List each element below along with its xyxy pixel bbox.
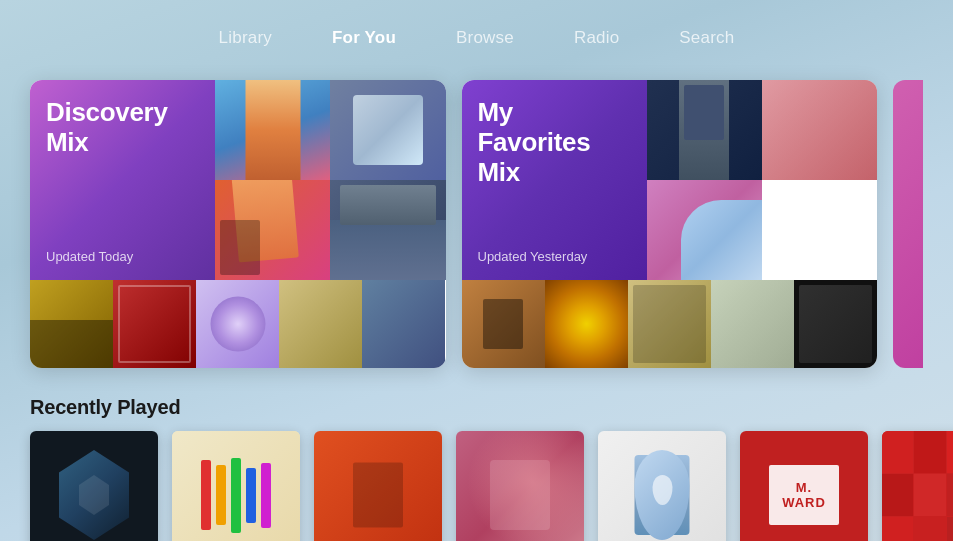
discovery-album-3: [215, 180, 330, 280]
discovery-bottom-4: [279, 280, 362, 368]
recent-album-3-art: [314, 431, 442, 541]
favorites-album-3: [647, 180, 762, 280]
recent-album-6-art: [740, 431, 868, 541]
nav-for-you[interactable]: For You: [332, 28, 396, 48]
recent-album-3[interactable]: [314, 431, 442, 541]
favorites-album-1: [647, 80, 762, 180]
favorites-bottom-2: [545, 280, 628, 368]
discovery-mix-updated: Updated Today: [46, 249, 199, 264]
favorites-mix-title: My Favorites Mix: [478, 98, 631, 188]
main-nav: Library For You Browse Radio Search: [0, 0, 953, 68]
favorites-bottom-4: [711, 280, 794, 368]
favorites-bottom-5: [794, 280, 877, 368]
discovery-mix-card[interactable]: Discovery Mix Updated Today: [30, 80, 446, 368]
nav-search[interactable]: Search: [679, 28, 734, 48]
nav-library[interactable]: Library: [219, 28, 272, 48]
recently-played-title: Recently Played: [30, 396, 923, 419]
partial-mix-card: [893, 80, 923, 368]
recent-album-1-art: [30, 431, 158, 541]
discovery-mix-bottom: [30, 280, 446, 368]
discovery-album-4: [330, 180, 445, 280]
discovery-bottom-1: [30, 280, 113, 368]
discovery-album-2: [330, 80, 445, 180]
recent-album-1[interactable]: [30, 431, 158, 541]
recent-albums-list: [30, 431, 923, 541]
favorites-mix-card[interactable]: My Favorites Mix Updated Yesterday: [462, 80, 878, 368]
recent-album-6[interactable]: [740, 431, 868, 541]
discovery-mix-grid-top: [215, 80, 446, 280]
favorites-mix-label: My Favorites Mix Updated Yesterday: [462, 80, 647, 280]
favorites-bottom-1: [462, 280, 545, 368]
recently-played-section: Recently Played: [0, 396, 953, 541]
discovery-bottom-2: [113, 280, 196, 368]
recent-album-4[interactable]: [456, 431, 584, 541]
nav-radio[interactable]: Radio: [574, 28, 619, 48]
discovery-album-1: [215, 80, 330, 180]
recent-album-4-art: [456, 431, 584, 541]
favorites-album-2: [762, 80, 877, 180]
discovery-bottom-3: [196, 280, 279, 368]
favorites-bottom-3: [628, 280, 711, 368]
main-content: Discovery Mix Updated Today: [0, 68, 953, 396]
recent-album-2[interactable]: [172, 431, 300, 541]
favorites-mix-updated: Updated Yesterday: [478, 249, 631, 264]
nav-browse[interactable]: Browse: [456, 28, 514, 48]
favorites-mix-grid-top: [647, 80, 878, 280]
favorites-mix-top: My Favorites Mix Updated Yesterday: [462, 80, 878, 280]
mix-cards-row: Discovery Mix Updated Today: [30, 80, 923, 368]
discovery-mix-top: Discovery Mix Updated Today: [30, 80, 446, 280]
discovery-mix-title: Discovery Mix: [46, 98, 199, 158]
discovery-bottom-5: [362, 280, 445, 368]
favorites-mix-bottom: [462, 280, 878, 368]
recent-album-5-art: [598, 431, 726, 541]
recent-album-7[interactable]: [882, 431, 953, 541]
discovery-mix-label: Discovery Mix Updated Today: [30, 80, 215, 280]
recent-album-5[interactable]: [598, 431, 726, 541]
